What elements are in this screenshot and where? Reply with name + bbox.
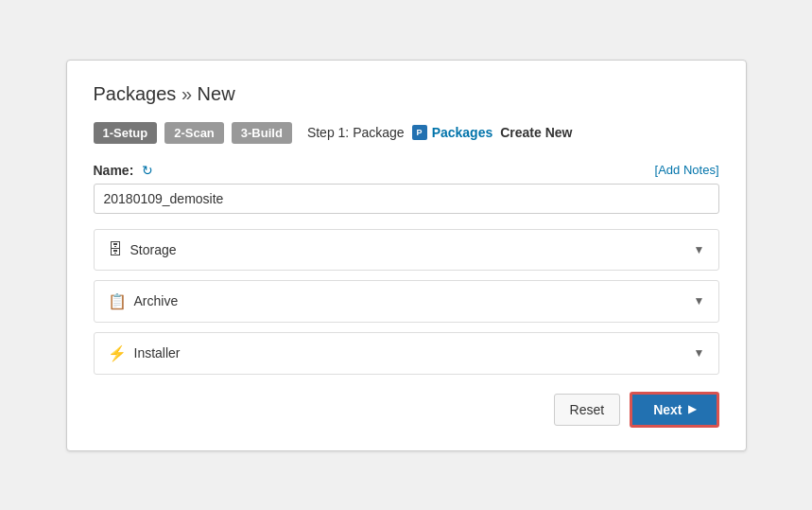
current-step-text: Step 1: Package — [307, 125, 405, 140]
archive-section[interactable]: 📋 Archive ▼ — [94, 280, 719, 323]
next-icon: ▶ — [688, 403, 696, 415]
name-label-group: Name: ↻ — [94, 163, 154, 178]
step2-badge[interactable]: 2-Scan — [164, 122, 224, 144]
step1-badge[interactable]: 1-Setup — [94, 122, 158, 144]
installer-chevron-icon: ▼ — [694, 346, 705, 360]
name-input[interactable] — [94, 184, 719, 214]
next-label: Next — [653, 402, 682, 417]
name-label: Name: — [94, 163, 134, 178]
archive-label: Archive — [134, 293, 179, 308]
packages-icon: P — [412, 125, 427, 140]
next-button[interactable]: Next ▶ — [630, 392, 718, 428]
refresh-icon[interactable]: ↻ — [142, 163, 153, 178]
packages-link-label: Packages — [432, 125, 493, 140]
archive-section-left: 📋 Archive — [108, 292, 179, 310]
installer-label: Installer — [134, 345, 181, 361]
installer-section-left: ⚡ Installer — [108, 344, 181, 362]
page-title-packages: Packages — [94, 83, 177, 104]
reset-button[interactable]: Reset — [554, 394, 621, 426]
footer-row: Reset Next ▶ — [94, 392, 719, 428]
archive-chevron-icon: ▼ — [694, 294, 705, 308]
create-new-label: Create New — [500, 125, 572, 140]
storage-label: Storage — [130, 242, 177, 257]
archive-icon: 📋 — [108, 292, 127, 310]
step3-badge[interactable]: 3-Build — [232, 122, 292, 144]
installer-section[interactable]: ⚡ Installer ▼ — [94, 332, 719, 375]
page-title-sub: New — [198, 83, 235, 104]
storage-section[interactable]: 🗄 Storage ▼ — [94, 229, 719, 271]
storage-section-left: 🗄 Storage — [108, 241, 177, 258]
steps-row: 1-Setup 2-Scan 3-Build Step 1: Package P… — [94, 122, 719, 144]
add-notes-link[interactable]: [Add Notes] — [655, 163, 719, 177]
packages-link[interactable]: P Packages — [412, 125, 493, 140]
main-card: Packages » New 1-Setup 2-Scan 3-Build St… — [66, 60, 747, 451]
name-row: Name: ↻ [Add Notes] — [94, 163, 719, 178]
storage-chevron-icon: ▼ — [694, 243, 705, 256]
storage-icon: 🗄 — [108, 241, 123, 258]
page-title: Packages » New — [94, 83, 719, 105]
installer-icon: ⚡ — [108, 344, 127, 362]
breadcrumb-arrow: » — [181, 83, 198, 104]
